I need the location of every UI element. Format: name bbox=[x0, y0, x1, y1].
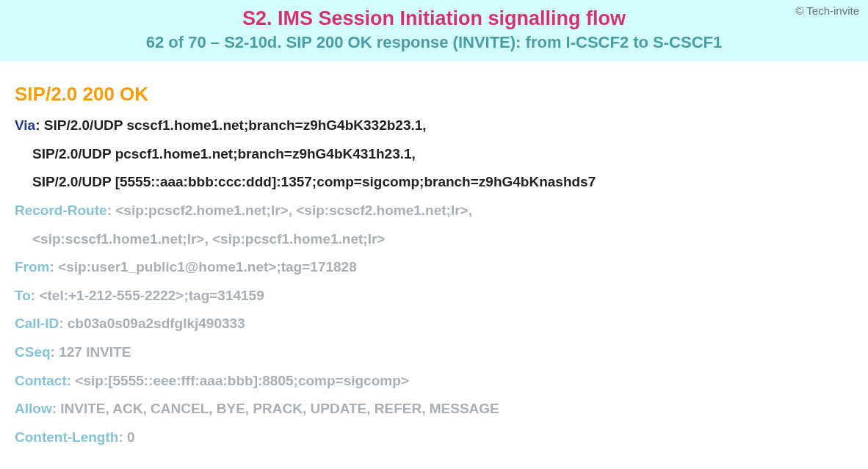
call-id-sep: : bbox=[59, 316, 68, 331]
via-value-2: SIP/2.0/UDP [5555::aaa:bbb:ccc:ddd]:1357… bbox=[32, 174, 596, 189]
page-subtitle: 62 of 70 – S2-10d. SIP 200 OK response (… bbox=[7, 33, 861, 52]
sip-response-line: SIP/2.0 200 OK bbox=[15, 83, 853, 106]
call-id-value: cb03a0s09a2sdfglkj490333 bbox=[68, 316, 245, 331]
record-route-value-0: <sip:pcscf2.home1.net;lr>, <sip:scscf2.h… bbox=[115, 203, 472, 218]
cseq-header-name: CSeq bbox=[15, 344, 51, 360]
message-body: SIP/2.0 200 OK Via: SIP/2.0/UDP scscf1.h… bbox=[0, 61, 868, 464]
via-header-row: SIP/2.0/UDP pcscf1.home1.net;branch=z9hG… bbox=[15, 145, 853, 164]
page-header: © Tech-invite S2. IMS Session Initiation… bbox=[0, 0, 868, 61]
from-header-name: From bbox=[15, 259, 50, 275]
cseq-value: 127 INVITE bbox=[59, 344, 131, 360]
via-header-row: SIP/2.0/UDP [5555::aaa:bbb:ccc:ddd]:1357… bbox=[15, 172, 853, 192]
via-sep: : bbox=[35, 117, 44, 133]
allow-sep: : bbox=[52, 401, 61, 416]
copyright-label: © Tech-invite bbox=[795, 4, 859, 17]
content-length-sep: : bbox=[118, 429, 127, 445]
content-length-header-name: Content-Length bbox=[15, 429, 118, 445]
record-route-header-row: Record-Route: <sip:pcscf2.home1.net;lr>,… bbox=[15, 201, 853, 220]
record-route-header-row: <sip:scscf1.home1.net;lr>, <sip:pcscf1.h… bbox=[15, 230, 853, 249]
call-id-header-row: Call-ID: cb03a0s09a2sdfglkj490333 bbox=[15, 314, 853, 333]
allow-value: INVITE, ACK, CANCEL, BYE, PRACK, UPDATE,… bbox=[60, 401, 499, 416]
record-route-header-name: Record-Route bbox=[15, 203, 107, 218]
from-sep: : bbox=[50, 259, 59, 275]
allow-header-row: Allow: INVITE, ACK, CANCEL, BYE, PRACK, … bbox=[15, 399, 853, 418]
record-route-sep: : bbox=[107, 203, 116, 218]
contact-header-name: Contact bbox=[15, 373, 67, 388]
page-title: S2. IMS Session Initiation signalling fl… bbox=[7, 7, 861, 30]
cseq-header-row: CSeq: 127 INVITE bbox=[15, 343, 853, 362]
contact-sep: : bbox=[67, 373, 76, 388]
to-sep: : bbox=[31, 288, 40, 303]
via-header-row: Via: SIP/2.0/UDP scscf1.home1.net;branch… bbox=[15, 116, 853, 135]
via-value-1: SIP/2.0/UDP pcscf1.home1.net;branch=z9hG… bbox=[32, 146, 416, 161]
to-header-row: To: <tel:+1-212-555-2222>;tag=314159 bbox=[15, 286, 853, 305]
record-route-value-1: <sip:scscf1.home1.net;lr>, <sip:pcscf1.h… bbox=[32, 231, 385, 247]
content-length-header-row: Content-Length: 0 bbox=[15, 428, 853, 447]
from-value: <sip:user1_public1@home1.net>;tag=171828 bbox=[58, 259, 357, 275]
contact-header-row: Contact: <sip:[5555::eee:fff:aaa:bbb]:88… bbox=[15, 371, 853, 390]
allow-header-name: Allow bbox=[15, 401, 52, 416]
to-value: <tel:+1-212-555-2222>;tag=314159 bbox=[39, 288, 264, 303]
call-id-header-name: Call-ID bbox=[15, 316, 59, 331]
via-header-name: Via bbox=[15, 117, 35, 133]
content-length-value: 0 bbox=[127, 429, 135, 445]
to-header-name: To bbox=[15, 288, 31, 303]
cseq-sep: : bbox=[51, 344, 59, 360]
via-value-0: SIP/2.0/UDP scscf1.home1.net;branch=z9hG… bbox=[44, 117, 427, 133]
from-header-row: From: <sip:user1_public1@home1.net>;tag=… bbox=[15, 258, 853, 277]
contact-value: <sip:[5555::eee:fff:aaa:bbb]:8805;comp=s… bbox=[75, 373, 409, 388]
